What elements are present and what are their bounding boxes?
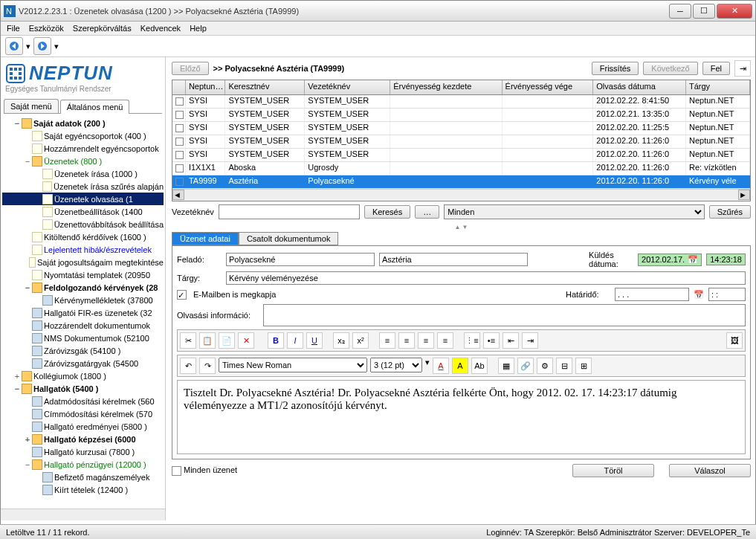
tree-item[interactable]: Üzenetek írása (1000 )	[2, 167, 164, 180]
list-bullet-icon[interactable]: •≡	[483, 332, 500, 349]
tree-item[interactable]: Üzenetek olvasása (1	[2, 193, 164, 205]
column-header[interactable]: Olvasás dátuma	[593, 80, 686, 94]
scroll-left-icon[interactable]: ◄	[172, 190, 184, 200]
justify-icon[interactable]: ≡	[437, 332, 453, 349]
all-messages-checkbox[interactable]: Minden üzenet	[172, 465, 237, 476]
menu-tools[interactable]: Eszközök	[29, 24, 64, 33]
tree-item[interactable]: −Saját adatok (200 )	[2, 117, 164, 129]
tree-item[interactable]: Üzenetek írása szűrés alapján	[2, 180, 164, 193]
tree[interactable]: −Saját adatok (200 )Saját egyéncsoportok…	[1, 114, 165, 509]
search-button[interactable]: Keresés	[364, 205, 410, 219]
filter-button[interactable]: Szűrés	[709, 205, 751, 219]
copy-icon[interactable]: 📋	[199, 332, 216, 349]
image-icon[interactable]: 🖼	[726, 332, 743, 349]
tree-item[interactable]: Kiírt tételek (12400 )	[2, 483, 164, 496]
table-row[interactable]: SYSISYSTEM_USERSYSTEM_USER2012.02.22. 8:…	[172, 95, 750, 109]
tree-item[interactable]: Üzenettovábbítások beállítása	[2, 218, 164, 230]
next-button[interactable]: Következő	[643, 62, 697, 75]
reply-button[interactable]: Válaszol	[669, 464, 751, 477]
email-checkbox[interactable]: ✓	[177, 290, 187, 300]
outdent-icon[interactable]: ⇤	[503, 332, 519, 349]
align-left-icon[interactable]: ≡	[379, 332, 395, 349]
italic-icon[interactable]: I	[287, 332, 303, 349]
bold-icon[interactable]: B	[268, 332, 284, 349]
tree-item[interactable]: Záróvizsgák (54100 )	[2, 344, 164, 357]
column-header[interactable]: Tárgy	[686, 80, 750, 94]
align-center-icon[interactable]: ≡	[398, 332, 415, 349]
clear-format-icon[interactable]: Ab	[471, 358, 488, 374]
calendar-icon[interactable]: 📅	[688, 255, 698, 265]
tab-attachments[interactable]: Csatolt dokumentumok	[239, 232, 339, 245]
forward-dropdown-icon[interactable]: ▾	[54, 42, 59, 51]
table-row[interactable]: SYSISYSTEM_USERSYSTEM_USER2012.02.21. 13…	[172, 109, 750, 122]
tree-scrollbar[interactable]	[1, 509, 165, 520]
delete-button[interactable]: Töröl	[572, 464, 654, 477]
menu-favorites[interactable]: Kedvencek	[140, 24, 181, 33]
sub-icon[interactable]: x₂	[333, 332, 349, 349]
link-icon[interactable]: 🔗	[517, 358, 534, 374]
tree-item[interactable]: Saját egyéncsoportok (400 )	[2, 129, 164, 142]
tree-item[interactable]: NMS Dokumentumok (52100	[2, 332, 164, 344]
calendar-icon[interactable]: 📅	[694, 290, 704, 300]
splitter[interactable]: ▲▼	[167, 222, 755, 232]
message-body[interactable]: Tisztelt Dr. Polyacsekné Asztéria! Dr. P…	[177, 380, 746, 454]
size-select[interactable]: 3 (12 pt)	[370, 358, 422, 372]
highlight-icon[interactable]: A	[452, 358, 468, 374]
tree-item[interactable]: +Hallgató képzései (6000	[2, 433, 164, 445]
from-last-input[interactable]	[226, 253, 375, 266]
maximize-button[interactable]: ☐	[693, 4, 715, 19]
tab-general-menu[interactable]: Általános menü	[60, 100, 130, 114]
tree-item[interactable]: Hallgató kurzusai (7800 )	[2, 445, 164, 458]
tree-item[interactable]: Hozzárendelt dokumentumok	[2, 319, 164, 332]
table-row[interactable]: SYSISYSTEM_USERSYSTEM_USER2012.02.20. 11…	[172, 122, 750, 135]
font-select[interactable]: Times New Roman	[219, 358, 367, 372]
messages-grid[interactable]: Neptun…KeresztnévVezetéknévÉrvényesség k…	[172, 80, 751, 201]
tree-item[interactable]: −Hallgató pénzügyei (12000 )	[2, 458, 164, 471]
deadline-time[interactable]	[708, 288, 746, 301]
sent-date[interactable]: 2012.02.17.📅	[638, 254, 702, 266]
indent-icon[interactable]: ⇥	[522, 332, 538, 349]
menu-roleswitch[interactable]: Szerepkörváltás	[73, 24, 132, 33]
tab-message-data[interactable]: Üzenet adatai	[172, 232, 239, 245]
from-first-input[interactable]	[379, 253, 528, 266]
subject-input[interactable]	[226, 271, 746, 285]
menu-file[interactable]: File	[7, 24, 20, 33]
sup-icon[interactable]: x²	[352, 332, 369, 349]
table-row[interactable]: I1X1X1AboskaUgrosdy2012.02.20. 11:26:0Re…	[172, 162, 750, 175]
tree-item[interactable]: Befizető magánszemélyek	[2, 471, 164, 483]
table-row[interactable]: SYSISYSTEM_USERSYSTEM_USER2012.02.20. 11…	[172, 135, 750, 149]
tree-item[interactable]: +Kollégiumok (1800 )	[2, 369, 164, 382]
tab-own-menu[interactable]: Saját menü	[4, 99, 59, 113]
table-icon[interactable]: ▦	[498, 358, 514, 374]
sent-time[interactable]: 14:23:18	[706, 254, 746, 265]
align-right-icon[interactable]: ≡	[418, 332, 434, 349]
list-num-icon[interactable]: ⋮≡	[464, 332, 480, 349]
delete-icon[interactable]: ✕	[238, 332, 254, 349]
forward-button[interactable]	[33, 37, 51, 55]
back-button[interactable]	[5, 37, 23, 55]
search-filter-select[interactable]: Minden	[444, 204, 705, 219]
tree-item[interactable]: Nyomtatási templatek (20950	[2, 268, 164, 281]
minimize-button[interactable]: ─	[669, 4, 691, 19]
search-input[interactable]	[219, 204, 360, 219]
tree-item[interactable]: −Üzenetek (800 )	[2, 155, 164, 167]
paste-icon[interactable]: 📄	[219, 332, 235, 349]
column-header[interactable]: Érvényesség kezdete	[390, 80, 502, 94]
tree-item[interactable]: Üzenetbeállítások (1400	[2, 205, 164, 218]
tool3-icon[interactable]: ⊞	[575, 358, 592, 374]
column-header[interactable]	[172, 80, 186, 94]
prev-button[interactable]: Előző	[172, 62, 209, 75]
read-info-input[interactable]	[263, 304, 746, 326]
tool2-icon[interactable]: ⊟	[556, 358, 572, 374]
tree-item[interactable]: Lejelentett hibák/észrevételek	[2, 243, 164, 256]
cut-icon[interactable]: ✂	[180, 332, 196, 349]
column-header[interactable]: Keresztnév	[225, 80, 305, 94]
back-dropdown-icon[interactable]: ▾	[26, 42, 30, 51]
up-button[interactable]: Fel	[702, 62, 730, 75]
tree-item[interactable]: Saját jogosultságaim megtekintése	[2, 256, 164, 268]
underline-icon[interactable]: U	[306, 332, 323, 349]
size-down-icon[interactable]: ▾	[425, 358, 430, 374]
tree-item[interactable]: Záróvizsgatárgyak (54500	[2, 357, 164, 369]
tree-item[interactable]: Kitöltendő kérdőívek (1600 )	[2, 230, 164, 243]
tree-item[interactable]: −Hallgatók (5400 )	[2, 382, 164, 395]
